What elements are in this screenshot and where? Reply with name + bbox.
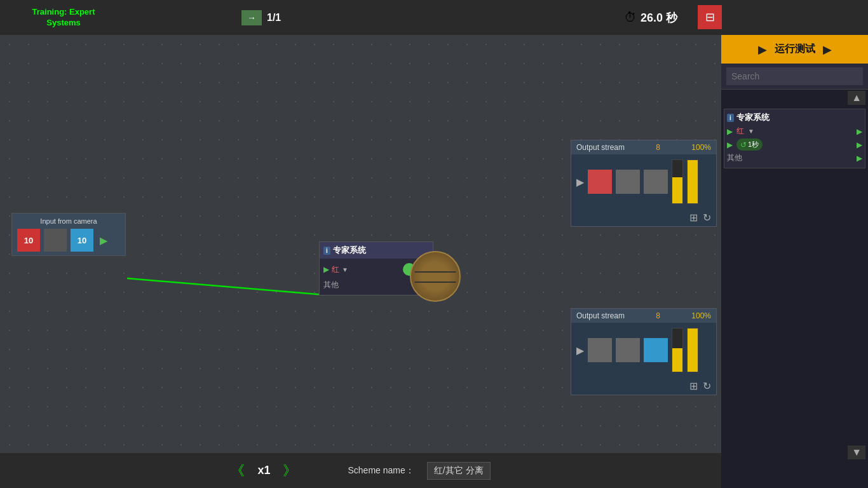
camera-val2: 10	[71, 229, 93, 252]
stream2-play-btn[interactable]: ▶	[576, 344, 584, 356]
right-panel-other-forward[interactable]: ▶	[857, 154, 862, 163]
stream1-bar-1	[672, 159, 683, 204]
title-area: Training: Expert Systems	[0, 7, 127, 29]
output-stream-1-pct: 100%	[691, 143, 711, 152]
progress-icon: →	[241, 10, 262, 25]
scheme-name-label: Scheme name：	[348, 465, 414, 477]
title-line1: Training: Expert	[0, 7, 127, 18]
progress-area: → 1/1	[241, 10, 281, 25]
search-bar	[721, 64, 868, 90]
stream1-play-btn[interactable]: ▶	[576, 176, 584, 188]
output-stream-1-count: 8	[656, 143, 660, 152]
expert-other-label: 其他	[323, 280, 339, 290]
right-panel-expert-title: 专家系统	[736, 112, 770, 123]
timer-icon: ⏱	[624, 10, 637, 25]
stream2-swatch-gray2	[616, 338, 640, 362]
input-camera-node: Input from camera 10 10 ▶	[11, 213, 126, 256]
title-line2: Systems	[0, 18, 127, 29]
right-panel-play-red[interactable]: ▶	[727, 127, 733, 136]
expert-info-badge: i	[323, 247, 330, 255]
expert-red-label: 红	[332, 264, 339, 275]
output-stream-2-count: 8	[656, 311, 660, 320]
timer-text: 26.0 秒	[641, 10, 677, 25]
expert-node-title: 专家系统	[333, 245, 366, 256]
output-stream-1-title: Output stream	[576, 143, 625, 152]
timer-pill-icon: ↺	[740, 140, 747, 149]
output-stream-node-1: Output stream 8 100% ▶ ⊞ ↻	[571, 140, 717, 227]
right-panel-red-forward[interactable]: ▶	[857, 127, 862, 136]
right-expert-panel: i 专家系统 ▶ 红 ▼ ▶ ▶ ↺ 1秒 ▶ 其他 ▶	[724, 109, 865, 168]
right-panel-red-label: 红	[736, 126, 744, 137]
run-test-play-left: ▶	[758, 43, 767, 57]
stream2-bar-2	[687, 328, 698, 372]
stream1-swatch-gray1	[616, 170, 640, 194]
nav-left-button[interactable]: 《	[231, 461, 245, 480]
stream1-bar-2	[687, 159, 698, 204]
main-canvas: Input from camera 10 10 ▶ i 专家系统 ▶ 红 ▼ 1…	[0, 35, 721, 488]
output-stream-2-title: Output stream	[576, 311, 625, 320]
timer-pill: ↺ 1秒	[736, 139, 763, 151]
stream1-swatch-gray2	[644, 170, 668, 194]
run-test-label: 运行测试	[775, 43, 815, 56]
stream2-swatch-gray1	[588, 338, 612, 362]
scroll-up-button[interactable]: ▲	[848, 91, 865, 105]
stream1-swatch-red	[588, 170, 612, 194]
stream1-refresh-icon[interactable]: ↻	[703, 212, 711, 224]
svg-line-0	[127, 278, 324, 295]
camera-val1: 10	[17, 229, 40, 252]
nav-right-button[interactable]: 》	[283, 461, 297, 480]
input-camera-title: Input from camera	[17, 217, 120, 225]
stream2-swatch-blue	[644, 338, 668, 362]
right-panel-info-badge: i	[727, 114, 734, 122]
top-bar: Training: Expert Systems → 1/1 ⏱ 26.0 秒 …	[0, 0, 868, 35]
progress-text: 1/1	[267, 12, 281, 24]
timer-area: ⏱ 26.0 秒	[624, 10, 677, 25]
export-icon: →	[247, 13, 256, 23]
stream2-layers-icon[interactable]: ⊞	[689, 380, 698, 392]
expert-play-red[interactable]: ▶	[323, 265, 329, 274]
timer-pill-text: 1秒	[748, 140, 759, 149]
bottom-bar: 《 x1 》 Scheme name： 红/其它 分离	[0, 453, 721, 488]
right-panel-play-timer[interactable]: ▶	[727, 140, 733, 149]
circular-selector[interactable]	[410, 251, 461, 302]
zoom-level: x1	[257, 464, 270, 477]
scroll-down-button[interactable]: ▼	[848, 445, 865, 459]
expert-dropdown[interactable]: ▼	[342, 266, 348, 273]
scheme-name-value: 红/其它 分离	[427, 462, 491, 480]
right-panel: ▶ 运行测试 ▶ ▲ i 专家系统 ▶ 红 ▼ ▶ ▶ ↺ 1秒 ▶ 其他	[721, 35, 868, 488]
output-stream-2-pct: 100%	[691, 311, 711, 320]
right-panel-other-label: 其他	[727, 152, 742, 163]
stream1-layers-icon[interactable]: ⊞	[689, 212, 698, 224]
panel-scroll-up: ▲	[721, 90, 868, 106]
run-test-bar[interactable]: ▶ 运行测试 ▶	[721, 35, 868, 64]
right-panel-timer-forward[interactable]: ▶	[857, 140, 862, 149]
right-panel-dropdown[interactable]: ▼	[748, 128, 754, 135]
stream2-bar-1	[672, 328, 683, 372]
camera-output-arrow: ▶	[100, 234, 107, 247]
search-input[interactable]	[726, 67, 863, 85]
run-test-play-right: ▶	[823, 43, 832, 57]
output-stream-node-2: Output stream 8 100% ▶ ⊞ ↻	[571, 308, 717, 395]
exit-button[interactable]: ⊟	[698, 5, 722, 29]
camera-val-gray	[44, 229, 67, 252]
exit-icon: ⊟	[705, 10, 715, 24]
stream2-refresh-icon[interactable]: ↻	[703, 380, 711, 392]
